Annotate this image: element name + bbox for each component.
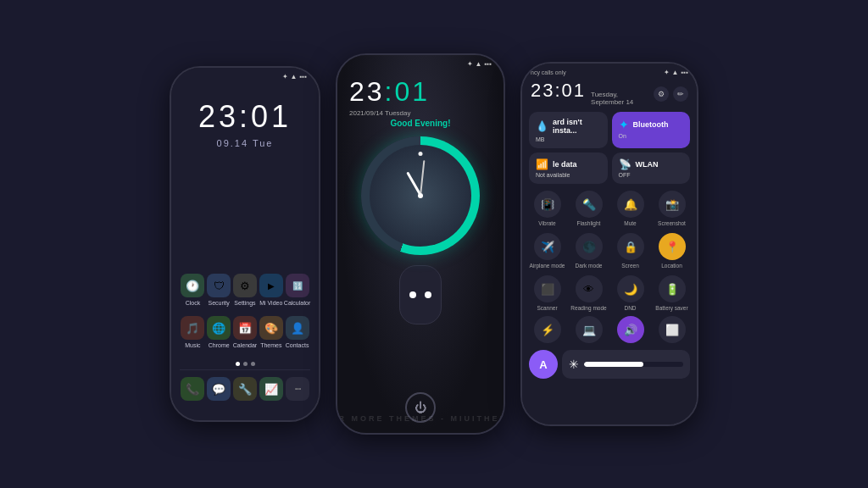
tile-wlan[interactable]: 📡 WLAN OFF — [612, 152, 691, 184]
power-button[interactable]: ⏻ — [405, 392, 436, 423]
dnd-btn[interactable]: 🌙 DND — [612, 275, 648, 311]
screen-icon-circle: 🔒 — [617, 233, 644, 260]
dock-tools[interactable]: 🔧 — [232, 377, 258, 403]
dock-messages[interactable]: 💬 — [206, 377, 231, 403]
brightness-control[interactable]: ✳ — [562, 350, 690, 379]
storage-sub: MB — [536, 136, 601, 142]
darkmode-label: Dark mode — [576, 263, 603, 269]
edit-quick-btn[interactable]: ✏ — [673, 86, 688, 102]
vibrate-label: Vibrate — [538, 220, 555, 226]
robot-eye-left — [409, 291, 416, 298]
reading-btn[interactable]: 👁 Reading mode — [570, 275, 607, 311]
extra-icon-3: 🔊 — [617, 316, 644, 343]
left-apps-area: 🕐Clock 🛡Security ⚙Settings ▶Mi Video 🔢Ca… — [171, 157, 319, 420]
scanner-icon-circle: ⬛ — [534, 275, 561, 302]
wlan-title: WLAN — [636, 160, 659, 169]
right-battery-icon: ▪▪▪ — [681, 69, 688, 76]
app-chrome[interactable]: 🌐Chrome — [206, 316, 231, 348]
right-status-icons: ✦ ▲ ▪▪▪ — [664, 69, 688, 76]
tile-storage[interactable]: 💧 ard isn't insta... MB — [529, 112, 608, 148]
center-wifi-icon: ▲ — [476, 60, 482, 68]
extra-icon-4: ⬜ — [659, 316, 686, 343]
flashlight-label: Flashlight — [577, 220, 601, 226]
analog-inner — [370, 145, 471, 247]
bluetooth-icon: ✦ — [282, 73, 288, 80]
center-bt-icon: ✦ — [467, 60, 473, 68]
dock-stocks[interactable]: 📈 — [259, 377, 284, 403]
dock-more[interactable]: ··· — [285, 377, 310, 403]
app-contacts[interactable]: 👤Contacts — [285, 316, 310, 348]
power-icon: ⏻ — [415, 401, 426, 414]
robot-widget — [399, 265, 442, 324]
vibrate-btn[interactable]: 📳 Vibrate — [529, 191, 565, 226]
app-themes[interactable]: 🎨Themes — [259, 316, 284, 348]
robot-eye-right — [425, 291, 431, 298]
dot-3 — [251, 362, 255, 366]
right-bt-icon: ✦ — [664, 69, 670, 76]
analog-clock — [361, 136, 480, 255]
location-label: Location — [661, 263, 682, 269]
darkmode-btn[interactable]: 🌑 Dark mode — [570, 233, 607, 269]
extra-btn-3[interactable]: 🔊 — [612, 316, 648, 343]
scanner-label: Scanner — [537, 305, 557, 311]
wifi-icon: ▲ — [291, 73, 298, 80]
icon-grid-1: 📳 Vibrate 🔦 Flashlight 🔔 Mute 📸 Screensh… — [522, 187, 697, 230]
screenshot-label: Screenshot — [658, 220, 686, 226]
reading-icon-circle: 👁 — [576, 275, 603, 302]
bottom-row: A ✳ — [522, 347, 697, 382]
settings-quick-btn[interactable]: ⚙ — [654, 86, 669, 102]
battery-saver-label: Battery saver — [655, 305, 687, 311]
scanner-btn[interactable]: ⬛ Scanner — [529, 275, 565, 311]
analog-ring — [361, 136, 480, 255]
right-screen: ncy calls only ✦ ▲ ▪▪▪ 23:01 Tuesday, Se… — [522, 64, 697, 424]
screen-btn[interactable]: 🔒 Screen — [612, 233, 648, 269]
dot-1 — [236, 362, 240, 366]
app-calc[interactable]: 🔢Calculator — [285, 274, 310, 306]
extra-btn-2[interactable]: 💻 — [570, 316, 607, 343]
app-music[interactable]: 🎵Music — [180, 316, 205, 348]
dock-row: 📞 💬 🔧 📈 ··· — [180, 369, 310, 403]
screenshot-btn[interactable]: 📸 Screenshot — [654, 191, 690, 226]
extra-icon-1: ⚡ — [534, 316, 561, 343]
dock-phone[interactable]: 📞 — [180, 377, 205, 403]
app-clock[interactable]: 🕐Clock — [180, 274, 205, 306]
control-tiles: 💧 ard isn't insta... MB ✦ Bluetooth On 📶… — [522, 108, 697, 187]
app-video[interactable]: ▶Mi Video — [259, 274, 284, 306]
wlan-icon: 📡 — [619, 158, 632, 170]
app-settings[interactable]: ⚙Settings — [232, 274, 258, 306]
left-time: 23:01 — [171, 99, 319, 135]
tile-mobile-data[interactable]: 📶 le data Not available — [529, 152, 608, 184]
battery-saver-btn[interactable]: 🔋 Battery saver — [654, 275, 690, 311]
mobile-data-icon: 📶 — [536, 158, 548, 170]
left-status-bar: ✦ ▲ ▪▪▪ — [171, 68, 319, 82]
app-calendar[interactable]: 📅Calendar — [232, 316, 258, 348]
avatar[interactable]: A — [529, 350, 558, 379]
extra-icons-row: ⚡ 💻 🔊 ⬜ — [522, 314, 697, 345]
phone-left: ✦ ▲ ▪▪▪ 23:01 09.14 Tue 🕐Clock 🛡Security… — [170, 66, 320, 422]
tile-bluetooth[interactable]: ✦ Bluetooth On — [612, 112, 691, 148]
flashlight-icon-circle: 🔦 — [576, 191, 603, 218]
bluetooth-sub: On — [619, 133, 684, 139]
location-btn[interactable]: 📍 Location — [654, 233, 690, 269]
dnd-label: DND — [624, 305, 636, 311]
screenshot-icon-circle: 📸 — [659, 191, 686, 218]
screen-label: Screen — [621, 263, 639, 269]
icon-grid-2: ✈️ Airplane mode 🌑 Dark mode 🔒 Screen 📍 … — [522, 230, 697, 272]
mobile-data-sub: Not available — [536, 172, 601, 178]
battery-saver-icon-circle: 🔋 — [659, 275, 686, 302]
phone-right: ncy calls only ✦ ▲ ▪▪▪ 23:01 Tuesday, Se… — [520, 62, 698, 426]
left-date: 09.14 Tue — [171, 138, 319, 148]
extra-icon-2: 💻 — [576, 316, 603, 343]
airplane-btn[interactable]: ✈️ Airplane mode — [529, 233, 565, 269]
extra-btn-4[interactable]: ⬜ — [654, 316, 690, 343]
center-date: 2021/09/14 Tuesday — [349, 109, 492, 117]
dot-2 — [243, 362, 248, 366]
app-security[interactable]: 🛡Security — [206, 274, 231, 306]
airplane-icon-circle: ✈️ — [534, 233, 561, 260]
mute-btn[interactable]: 🔔 Mute — [612, 191, 648, 226]
vibrate-icon-circle: 📳 — [534, 191, 561, 218]
page-dots — [180, 362, 310, 366]
right-date: Tuesday, September 14 — [591, 91, 648, 106]
extra-btn-1[interactable]: ⚡ — [529, 316, 565, 343]
flashlight-btn[interactable]: 🔦 Flashlight — [570, 191, 607, 226]
